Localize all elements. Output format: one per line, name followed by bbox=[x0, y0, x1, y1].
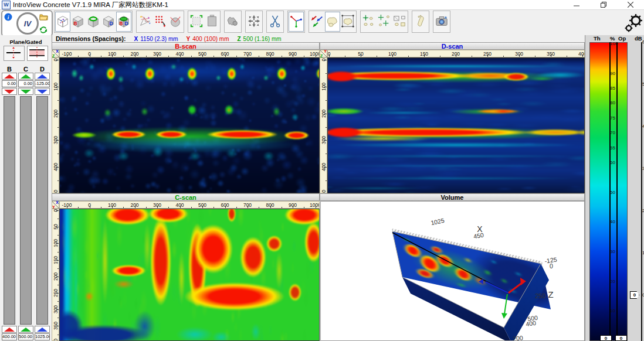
crosshair-blobs-button[interactable] bbox=[361, 12, 377, 32]
axis-tick bbox=[424, 54, 425, 57]
open-file-button[interactable] bbox=[39, 12, 48, 21]
axis-minor-tick bbox=[326, 73, 327, 74]
axis-tick bbox=[56, 326, 59, 326]
axis-tick bbox=[225, 206, 226, 208]
column-label: B bbox=[2, 66, 17, 73]
axis-minor-tick bbox=[213, 56, 214, 57]
view-all-cube-button[interactable]: BD bbox=[116, 12, 131, 32]
axis-tick bbox=[329, 54, 330, 57]
toolbar-group-2 bbox=[188, 11, 221, 33]
rect-blobs-icon bbox=[392, 14, 406, 29]
arrows-rgb-button[interactable] bbox=[310, 12, 325, 32]
bottom-spin-up-button[interactable] bbox=[18, 326, 33, 333]
axis-minor-tick bbox=[377, 56, 377, 57]
axis-minor-tick bbox=[345, 56, 345, 57]
axis-minor-tick bbox=[259, 56, 259, 57]
dimensions-label: Dimensions (Spacings): bbox=[56, 35, 126, 42]
view-c-scan-cube-button[interactable] bbox=[86, 12, 101, 32]
d-scan-image[interactable] bbox=[327, 57, 585, 193]
top-value-field[interactable]: -125.00 bbox=[35, 80, 50, 87]
dimension-y-label: Y bbox=[187, 36, 191, 42]
axis-minor-tick bbox=[57, 285, 59, 285]
percent-scale-label: 65 bbox=[610, 145, 615, 150]
axis-tick-label: 500 bbox=[320, 187, 327, 193]
spin-up-button[interactable] bbox=[35, 73, 50, 80]
move-arrows-button[interactable] bbox=[246, 12, 262, 32]
scissors-button[interactable] bbox=[267, 12, 283, 32]
d-scan-axis-corner: Y Z bbox=[320, 50, 327, 57]
axis-tick bbox=[582, 54, 583, 57]
axis-tick bbox=[56, 309, 59, 310]
refresh-button[interactable] bbox=[39, 25, 48, 35]
percent-scale-label: 60 bbox=[610, 159, 615, 165]
main-toolbar: i IV BDBD bbox=[0, 10, 644, 35]
axis-tick bbox=[157, 54, 158, 57]
blob-cluster-button[interactable] bbox=[325, 12, 340, 32]
svg-text:B: B bbox=[74, 21, 77, 26]
dots-grid-button[interactable] bbox=[152, 12, 168, 32]
axis-tick bbox=[293, 54, 293, 57]
b-scan-h-axis-letter: X bbox=[56, 49, 59, 53]
spin-down-button[interactable] bbox=[18, 88, 33, 95]
spin-down-button[interactable] bbox=[35, 88, 50, 95]
spin-up-button[interactable] bbox=[18, 73, 33, 80]
view-d-scan-cube-button[interactable]: D bbox=[101, 12, 116, 32]
axis-tick bbox=[157, 206, 158, 208]
color-scale-bar[interactable] bbox=[589, 42, 628, 341]
threshold-bottom-handle[interactable]: 0 bbox=[600, 335, 612, 341]
axis-tick bbox=[56, 60, 59, 60]
percent-scale-label: 85 bbox=[610, 86, 615, 91]
axis-minor-tick bbox=[57, 219, 59, 219]
bottom-value-field[interactable]: 1025.00 bbox=[35, 333, 50, 340]
picker-rays-button[interactable] bbox=[137, 12, 152, 32]
blob-frame-button[interactable] bbox=[340, 12, 355, 32]
axis-tick bbox=[456, 54, 456, 57]
volume-3d-view[interactable]: 1025X450-1250250Z500400200 bbox=[320, 201, 585, 341]
axis-tick bbox=[487, 54, 488, 57]
maximize-button[interactable] bbox=[590, 0, 617, 9]
c-scan-image[interactable] bbox=[59, 209, 320, 341]
dimension-z-label: Z bbox=[238, 36, 241, 42]
column-label: C bbox=[18, 66, 33, 73]
crosshair-blobs-alt-icon bbox=[377, 14, 391, 29]
view-volume-cube-button[interactable] bbox=[55, 12, 70, 32]
dots-grid-icon bbox=[153, 14, 167, 29]
footprint-icon bbox=[413, 14, 428, 29]
spin-down-button[interactable] bbox=[2, 88, 17, 95]
sphere-tool-button[interactable] bbox=[168, 12, 183, 32]
footprint-button[interactable] bbox=[413, 12, 428, 32]
panel-square-button[interactable] bbox=[204, 12, 219, 32]
slider-track[interactable] bbox=[20, 96, 32, 325]
expand-corners-button[interactable] bbox=[189, 12, 204, 32]
bottom-value-field[interactable]: 400.00 bbox=[2, 333, 17, 340]
opacity-line[interactable] bbox=[616, 42, 618, 341]
rect-blobs-button[interactable] bbox=[392, 12, 407, 32]
bottom-spin-up-button[interactable] bbox=[35, 326, 50, 333]
toolbar-group-0: BDBD bbox=[54, 11, 133, 33]
slider-track[interactable] bbox=[4, 96, 15, 325]
slider-track[interactable] bbox=[36, 96, 48, 325]
top-value-field[interactable]: 0.00 bbox=[18, 80, 33, 87]
minimize-button[interactable] bbox=[563, 0, 590, 9]
axis-tick bbox=[551, 54, 551, 57]
b-scan-image[interactable] bbox=[59, 57, 320, 193]
axis-tick-label: 1000 bbox=[309, 51, 320, 57]
axis-tick bbox=[316, 206, 316, 208]
info-button[interactable]: i bbox=[4, 12, 13, 22]
axis-minor-tick bbox=[57, 252, 59, 253]
spin-up-button[interactable] bbox=[2, 73, 17, 80]
puzzle-pan-button[interactable] bbox=[225, 12, 240, 32]
camera-button[interactable] bbox=[434, 12, 449, 32]
close-button[interactable] bbox=[617, 0, 644, 9]
volume-header: Volume bbox=[320, 193, 585, 201]
crosshair-blobs-alt-button[interactable] bbox=[377, 12, 392, 32]
axis-gizmo-button[interactable] bbox=[289, 12, 304, 32]
bottom-spin-up-button[interactable] bbox=[2, 326, 17, 333]
view-b-scan-cube-button[interactable]: B bbox=[70, 12, 86, 32]
db-zero-marker[interactable]: 0 bbox=[630, 291, 639, 299]
settings-button[interactable] bbox=[624, 12, 643, 33]
up-arrow-icon bbox=[37, 328, 48, 332]
bottom-value-field[interactable]: 500.00 bbox=[18, 333, 33, 340]
opacity-bottom-handle[interactable]: 0 bbox=[615, 335, 627, 341]
top-value-field[interactable]: 0.00 bbox=[2, 80, 17, 87]
